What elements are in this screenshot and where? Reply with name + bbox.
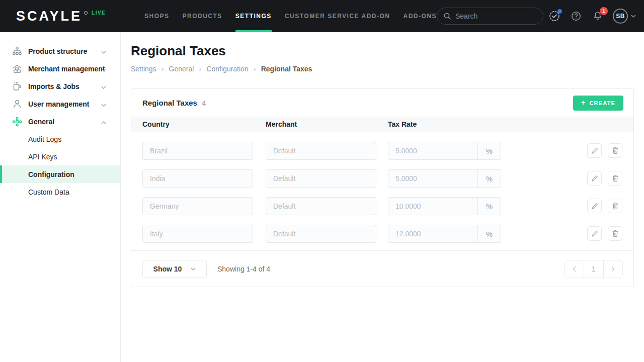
column-header-country: Country [142, 117, 170, 132]
table-row: Germany Default 10.0000 % [131, 188, 633, 215]
avatar: SB [613, 9, 628, 24]
country-field[interactable]: Brazil [142, 142, 253, 160]
chevron-down-icon [101, 47, 106, 56]
system-status-button[interactable] [548, 10, 561, 23]
sidebar-item-product-structure[interactable]: Product structure [0, 42, 120, 60]
sidebar-item-custom-data[interactable]: Custom Data [0, 183, 120, 201]
nav-item-customer-service-add-on[interactable]: CUSTOMER SERVICE ADD-ON [285, 0, 390, 32]
nav-item-add-ons[interactable]: ADD-ONS [404, 0, 437, 32]
trash-icon [612, 174, 619, 182]
delete-button[interactable] [608, 226, 622, 241]
regional-taxes-card: Regional Taxes 4 + CREATE Country Mercha… [131, 88, 634, 287]
warehouse-icon [12, 64, 22, 74]
page-title: Regional Taxes [131, 43, 226, 59]
pencil-icon [591, 147, 598, 154]
search-input[interactable] [455, 12, 536, 20]
environment-badge: LIVE [92, 10, 106, 16]
create-button[interactable]: + CREATE [573, 96, 623, 111]
chevron-down-icon [101, 82, 106, 91]
help-icon [571, 11, 582, 22]
column-header-merchant: Merchant [266, 117, 297, 132]
card-header: Regional Taxes 4 + CREATE [131, 89, 633, 117]
breadcrumb-separator-icon: › [199, 64, 201, 73]
sidebar-item-audit-logs[interactable]: Audit Logs [0, 130, 120, 148]
logo[interactable]: SCAYLE LIVE [16, 0, 106, 32]
card-title: Regional Taxes [142, 99, 197, 107]
merchant-field[interactable]: Default [266, 142, 376, 160]
pencil-icon [591, 175, 598, 182]
notifications-button[interactable]: 1 [591, 10, 604, 23]
prev-page-button[interactable] [565, 260, 584, 278]
country-field[interactable]: India [142, 169, 253, 188]
tax-rate-field[interactable]: 10.0000 % [388, 197, 501, 215]
global-search[interactable] [437, 8, 543, 25]
user-icon [12, 99, 22, 109]
nodes-icon [12, 117, 22, 127]
merchant-field[interactable]: Default [266, 225, 376, 243]
nav-item-products[interactable]: PRODUCTS [183, 0, 222, 32]
page-size-select[interactable]: Show 10 [142, 260, 207, 278]
record-count: 4 [202, 99, 206, 107]
sidebar-item-label: User management [28, 100, 89, 108]
help-button[interactable] [570, 10, 583, 23]
tax-rate-value: 5.0000 [388, 147, 477, 155]
breadcrumb-current: Regional Taxes [261, 65, 312, 73]
delete-button[interactable] [608, 199, 622, 213]
breadcrumb-separator-icon: › [254, 64, 256, 73]
mug-icon [12, 81, 22, 92]
edit-button[interactable] [587, 171, 602, 186]
tax-rate-field[interactable]: 5.0000 % [388, 142, 501, 160]
chevron-down-icon [101, 100, 106, 109]
chevron-left-icon [573, 266, 577, 272]
chevron-down-icon [101, 64, 106, 73]
breadcrumb-settings[interactable]: Settings [131, 65, 156, 73]
nav-item-shops[interactable]: SHOPS [144, 0, 170, 32]
table-header: Country Merchant Tax Rate [131, 117, 633, 132]
sidebar-item-user-management[interactable]: User management [0, 95, 120, 113]
trash-icon [612, 202, 619, 210]
nav-item-settings[interactable]: SETTINGS [235, 0, 272, 32]
user-menu[interactable]: SB [613, 9, 636, 24]
sidebar-item-merchant-management[interactable]: Merchant management [0, 60, 120, 77]
page-number-button[interactable]: 1 [584, 260, 603, 278]
tax-rate-field[interactable]: 12.0000 % [388, 225, 501, 243]
sidebar-item-api-keys[interactable]: API Keys [0, 148, 120, 165]
current-page-number: 1 [592, 265, 596, 273]
sidebar-item-configuration[interactable]: Configuration [0, 165, 120, 183]
showing-range-text: Showing 1-4 of 4 [217, 265, 270, 273]
pencil-icon [591, 230, 598, 237]
tax-rate-value: 5.0000 [388, 174, 477, 183]
create-button-label: CREATE [589, 100, 615, 106]
sidebar-item-label: Product structure [28, 47, 87, 55]
sidebar-item-label: Imports & Jobs [28, 82, 79, 90]
country-field[interactable]: Italy [142, 225, 253, 243]
merchant-field[interactable]: Default [266, 169, 376, 188]
percent-suffix: % [477, 225, 501, 242]
sidebar: Product structure Merchant management [0, 32, 121, 362]
edit-button[interactable] [587, 226, 602, 241]
breadcrumb-configuration[interactable]: Configuration [206, 65, 248, 73]
column-header-tax-rate: Tax Rate [388, 117, 417, 132]
chevron-down-icon [631, 15, 636, 18]
page-size-label: Show 10 [153, 265, 182, 273]
pagination: 1 [565, 260, 623, 278]
country-field[interactable]: Germany [142, 197, 253, 215]
sidebar-item-imports-jobs[interactable]: Imports & Jobs [0, 77, 120, 95]
next-page-button[interactable] [603, 260, 622, 278]
table-row: Italy Default 12.0000 % [131, 215, 633, 243]
breadcrumb-separator-icon: › [162, 64, 164, 73]
percent-suffix: % [477, 170, 501, 187]
tax-rate-field[interactable]: 5.0000 % [388, 169, 501, 188]
merchant-field[interactable]: Default [266, 197, 376, 215]
sidebar-item-general[interactable]: General [0, 113, 120, 130]
pencil-icon [591, 203, 598, 210]
delete-button[interactable] [608, 171, 622, 186]
logo-circle-icon [84, 11, 88, 15]
delete-button[interactable] [608, 143, 622, 158]
navbar-actions: 1 SB [548, 0, 636, 32]
breadcrumb-general[interactable]: General [169, 65, 194, 73]
plus-icon: + [581, 99, 586, 107]
edit-button[interactable] [587, 143, 602, 158]
edit-button[interactable] [587, 199, 602, 213]
sidebar-item-label: Merchant management [28, 65, 105, 73]
